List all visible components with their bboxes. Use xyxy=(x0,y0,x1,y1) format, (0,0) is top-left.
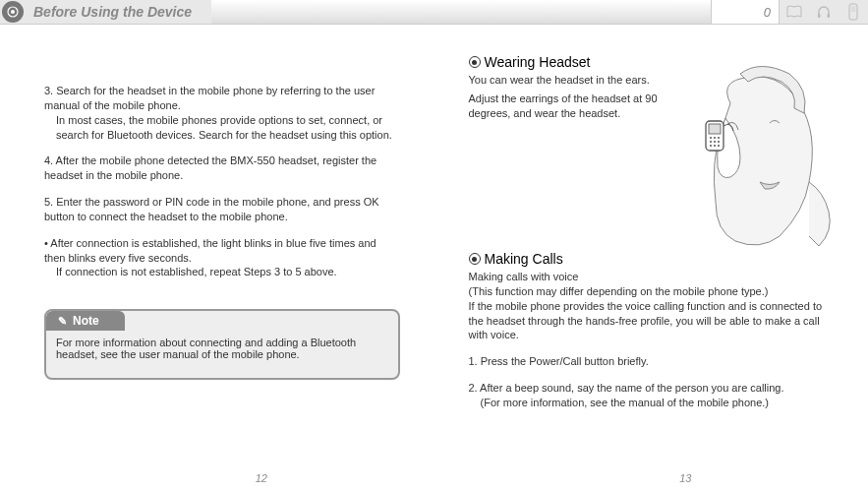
making-calls-section: Making Calls Making calls with voice (Th… xyxy=(469,251,830,410)
header-page-indicator: 0 xyxy=(711,0,780,24)
content-area: 3. Search for the headset in the mobile … xyxy=(0,25,868,492)
right-page: Wearing Headset You can wear the headset… xyxy=(434,25,869,492)
device-icon xyxy=(2,1,24,23)
svg-point-15 xyxy=(714,145,716,147)
header-gradient xyxy=(211,0,711,24)
step-4: 4. After the mobile phone detected the B… xyxy=(44,154,400,183)
page-title: Before Using the Device xyxy=(33,4,192,20)
book-icon xyxy=(783,1,805,23)
header-bar: Before Using the Device 0 xyxy=(0,0,868,25)
making-step-1: 1. Press the Power/Call button briefly. xyxy=(469,354,830,369)
making-calls-p1: (This function may differ depending on t… xyxy=(469,284,830,299)
wearing-text-2: Adjust the earrings of the headset at 90… xyxy=(469,92,667,121)
after-text: • After connection is established, the l… xyxy=(44,237,376,264)
right-page-number: 13 xyxy=(469,472,869,484)
note-icon: ✎ xyxy=(58,315,67,328)
svg-point-11 xyxy=(710,141,712,143)
making-calls-p2: If the mobile phone provides the voice c… xyxy=(469,299,830,343)
headphones-icon xyxy=(813,1,835,23)
svg-point-16 xyxy=(718,145,720,147)
svg-point-10 xyxy=(718,137,720,139)
making-step-2b-text: (For more information, see the manual of… xyxy=(469,396,830,410)
wearing-title-text: Wearing Headset xyxy=(485,54,591,70)
left-page-number: 12 xyxy=(44,472,479,484)
note-label: Note xyxy=(73,314,99,328)
wearing-headset-section: Wearing Headset You can wear the headset… xyxy=(469,54,830,241)
svg-point-1 xyxy=(11,10,15,14)
svg-rect-2 xyxy=(818,14,821,18)
svg-rect-3 xyxy=(828,14,831,18)
svg-point-13 xyxy=(718,141,720,143)
step-5: 5. Enter the password or PIN code in the… xyxy=(44,195,400,224)
making-step-2: 2. After a beep sound, say the name of t… xyxy=(469,381,830,410)
headset-illustration xyxy=(671,64,839,251)
making-step-2-text: 2. After a beep sound, say the name of t… xyxy=(469,382,784,394)
step-3-text: 3. Search for the headset in the mobile … xyxy=(44,85,375,111)
step-3: 3. Search for the headset in the mobile … xyxy=(44,84,400,142)
making-calls-sub: Making calls with voice xyxy=(469,270,830,284)
svg-rect-7 xyxy=(709,124,721,134)
note-header: ✎ Note xyxy=(46,311,125,331)
after-text-2: If connection is not established, repeat… xyxy=(44,265,400,279)
bullet-icon xyxy=(469,56,481,68)
note-body: For more information about connecting an… xyxy=(46,331,398,378)
left-page: 3. Search for the headset in the mobile … xyxy=(0,25,434,492)
making-calls-title: Making Calls xyxy=(469,251,830,267)
svg-point-9 xyxy=(714,137,716,139)
svg-point-12 xyxy=(714,141,716,143)
after-connection: • After connection is established, the l… xyxy=(44,236,400,280)
making-title-text: Making Calls xyxy=(485,251,563,267)
phone-icon xyxy=(842,1,864,23)
wearing-text-1: You can wear the headset in the ears. xyxy=(469,73,667,88)
svg-point-8 xyxy=(710,137,712,139)
header-right-group: 0 xyxy=(711,0,868,24)
svg-point-14 xyxy=(710,145,712,147)
svg-rect-5 xyxy=(851,6,856,12)
bullet-icon xyxy=(469,253,481,265)
step-3b-text: In most cases, the mobile phones provide… xyxy=(44,113,400,143)
note-box: ✎ Note For more information about connec… xyxy=(44,309,400,380)
